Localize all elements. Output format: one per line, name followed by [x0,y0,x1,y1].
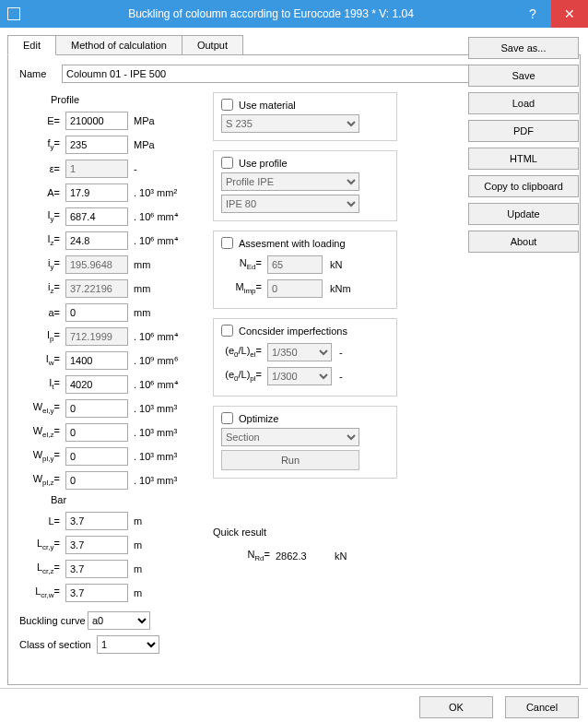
label-Lcry: Lcr,y= [19,538,65,551]
tab-method[interactable]: Method of calculation [55,35,182,55]
input-NEd[interactable] [267,255,323,274]
left-column: Profile E=MPa fy=MPa ε=- A=. 10³ mm² Iy=… [19,92,204,657]
input-iy-lc [65,255,128,274]
select-e0pl[interactable]: 1/300 [267,367,332,385]
use-profile-group: Use profile Profile IPE IPE 80 [213,150,397,221]
label-Wply: Wpl,y= [19,449,65,463]
input-Lcrz[interactable] [65,560,128,578]
help-button[interactable]: ? [514,0,551,28]
label-fy: fy= [19,137,65,151]
footer: OK Cancel [0,688,588,718]
use-profile-checkbox[interactable] [221,157,233,169]
input-A[interactable] [65,183,128,202]
html-button[interactable]: HTML [468,148,579,170]
about-button[interactable]: About [468,231,579,253]
input-E[interactable] [65,112,128,130]
window-title: Buckling of coloumn according to Eurocod… [28,7,514,20]
save-as-button[interactable]: Save as... [468,37,579,59]
assessment-label: Assesment with loading [239,238,346,249]
input-Wplz[interactable] [65,471,128,490]
material-select[interactable]: S 235 [221,114,359,133]
copy-button[interactable]: Copy to clipboard [468,175,579,197]
cancel-button[interactable]: Cancel [505,696,579,718]
close-button[interactable]: ✕ [551,0,588,28]
use-material-checkbox[interactable] [221,99,233,111]
input-Mimp[interactable] [267,279,323,298]
unit-iz-lc: mm [134,283,150,294]
unit-Ip: . 10⁶ mm⁴ [134,331,178,343]
label-A: A= [19,187,65,198]
save-button[interactable]: Save [468,65,579,87]
unit-fy: MPa [134,139,155,150]
optimize-target-select[interactable]: Section [221,428,359,446]
input-Iw[interactable] [65,351,128,370]
input-Iz[interactable] [65,231,128,250]
label-NEd: NEd= [221,257,267,271]
unit-NEd: kN [330,259,342,270]
label-iy-lc: iy= [19,257,65,271]
label-Iw: Iw= [19,353,65,367]
unit-eps: - [134,163,137,174]
profile-size-select[interactable]: IPE 80 [221,195,359,213]
use-material-group: Use material S 235 [213,92,397,141]
label-Welz: Wel,z= [19,425,65,439]
run-button[interactable]: Run [221,450,359,470]
input-Lcry[interactable] [65,536,128,554]
input-L[interactable] [65,512,128,530]
middle-column: Use material S 235 Use profile Profile I… [213,92,397,657]
tab-output[interactable]: Output [182,35,243,55]
bar-heading: Bar [51,494,204,505]
optimize-label: Optimize [239,413,278,424]
label-NRd: NRd= [239,549,276,562]
label-Mimp: Mimp= [221,281,267,295]
input-Lcrw[interactable] [65,584,128,602]
app-icon [7,7,20,20]
input-Iy[interactable] [65,207,128,226]
unit-Lcrz: m [134,563,142,574]
select-e0el[interactable]: 1/350 [267,343,332,361]
label-Lcrw: Lcr,w= [19,586,65,599]
assessment-checkbox[interactable] [221,237,233,249]
unit-Wplz: . 10³ mm³ [134,475,177,486]
label-Ip: Ip= [19,329,65,343]
input-a[interactable] [65,303,128,322]
unit-Mimp: kNm [330,283,351,294]
unit-Iz: . 10⁶ mm⁴ [134,235,178,247]
unit-Lcrw: m [134,587,142,598]
quick-result: Quick result NRd= 2862.3 kN [213,527,397,562]
input-Welz[interactable] [65,423,128,442]
update-button[interactable]: Update [468,203,579,225]
unit-Iw: . 10⁹ mm⁶ [134,355,178,367]
input-Wely[interactable] [65,399,128,418]
buckling-curve-select[interactable]: a0 [88,611,150,630]
label-L: L= [19,515,65,527]
unit-It: . 10⁶ mm⁴ [134,379,178,391]
use-profile-label: Use profile [239,158,288,169]
load-button[interactable]: Load [468,92,579,114]
side-button-panel: Save as... Save Load PDF HTML Copy to cl… [468,37,579,253]
input-fy[interactable] [65,136,128,154]
ok-button[interactable]: OK [419,696,493,718]
input-It[interactable] [65,375,128,394]
profile-heading: Profile [51,94,204,105]
assessment-group: Assesment with loading NEd=kN Mimp=kNm [213,231,397,309]
imperfections-checkbox[interactable] [221,325,233,337]
label-Lcrz: Lcr,z= [19,562,65,575]
title-bar: Buckling of coloumn according to Eurocod… [0,0,588,28]
buckling-curve-label: Buckling curve [19,615,88,626]
imperfections-label: Concsider imperfections [239,325,347,337]
pdf-button[interactable]: PDF [468,120,579,142]
label-Iz: Iz= [19,233,65,247]
label-e0pl: (e0/L)pl= [221,369,267,383]
unit-Welz: . 10³ mm³ [134,427,177,438]
unit-Lcry: m [134,539,142,550]
tab-edit[interactable]: Edit [7,35,56,55]
use-material-label: Use material [239,100,296,111]
input-Wply[interactable] [65,447,128,466]
class-section-select[interactable]: 1 [97,635,159,654]
optimize-checkbox[interactable] [221,412,233,424]
unit-e0el: - [339,347,343,358]
value-NRd: 2862.3 [276,550,322,562]
unit-e0pl: - [339,371,343,382]
profile-type-select[interactable]: Profile IPE [221,172,359,191]
